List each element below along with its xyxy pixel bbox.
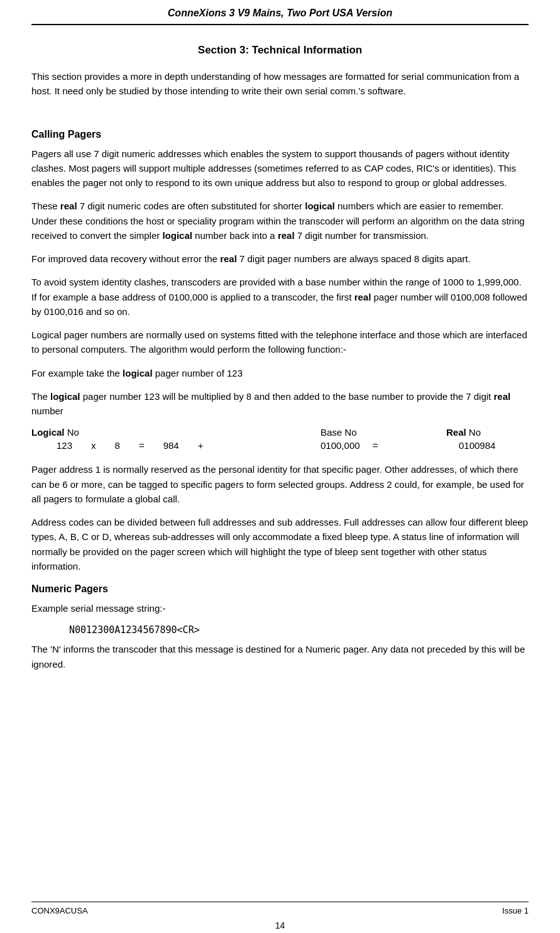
paragraph-5: Logical pager numbers are normally used … xyxy=(31,328,529,357)
bold-real-1: real xyxy=(60,201,77,211)
val2: 8 xyxy=(115,440,120,451)
data-base-cell: 0100,000 = xyxy=(321,440,446,451)
intro-paragraph: This section provides a more in depth un… xyxy=(31,69,529,99)
paragraph-1: Pagers all use 7 digit numeric addresses… xyxy=(31,146,529,190)
paragraph-3: For improved data recovery without error… xyxy=(31,251,529,266)
paragraph-9: Address codes can be divided between ful… xyxy=(31,515,529,573)
paragraph-6: For example take the logical pager numbe… xyxy=(31,366,529,380)
bold-real-5: real xyxy=(493,391,510,402)
data-real-cell: 0100984 xyxy=(446,440,529,451)
op4: = xyxy=(373,440,378,451)
table-header-row: Logical No Base No Real No xyxy=(31,427,529,438)
col-base-header: Base No xyxy=(321,427,446,438)
paragraph-7: The logical pager number 123 will be mul… xyxy=(31,389,529,419)
footer-page-number: 14 xyxy=(31,920,529,930)
logical-label: Logical xyxy=(31,427,65,438)
paragraph-11: The 'N' informs the transcoder that this… xyxy=(31,642,529,671)
col-real-header: Real No xyxy=(446,427,529,438)
footer-left: CONX9ACUSA xyxy=(31,906,88,915)
bold-logical-2: logical xyxy=(162,230,192,241)
numeric-example: N0012300A1234567890<CR> xyxy=(69,624,529,636)
header-title: ConneXions 3 V9 Mains, Two Port USA Vers… xyxy=(168,8,392,18)
col-logical-header: Logical No xyxy=(31,427,321,438)
val3: 984 xyxy=(163,440,179,451)
paragraph-2: These real 7 digit numeric codes are oft… xyxy=(31,199,529,243)
numeric-pagers-heading: Numeric Pagers xyxy=(31,583,529,595)
footer-right: Issue 1 xyxy=(502,906,529,915)
paragraph-4: To avoid system identity clashes, transc… xyxy=(31,275,529,319)
bold-logical-4: logical xyxy=(50,391,80,402)
page-footer: CONX9ACUSA Issue 1 xyxy=(31,902,529,918)
val4: 0100,000 xyxy=(321,440,360,451)
bold-real-3: real xyxy=(220,253,237,264)
val1: 123 xyxy=(57,440,72,451)
page-header: ConneXions 3 V9 Mains, Two Port USA Vers… xyxy=(31,0,529,25)
bold-real-2: real xyxy=(278,230,295,241)
bold-logical-1: logical xyxy=(305,201,335,211)
section-title: Section 3: Technical Information xyxy=(31,44,529,57)
bold-logical-3: logical xyxy=(123,368,153,378)
page-content: Section 3: Technical Information This se… xyxy=(31,44,529,902)
data-logical-cell: 123 x 8 = 984 + xyxy=(31,440,321,451)
real-label: Real xyxy=(446,427,466,438)
paragraph-8: Pager address 1 is normally reserved as … xyxy=(31,462,529,506)
paragraph-10: Example serial message string:- xyxy=(31,601,529,616)
op3: + xyxy=(198,440,204,451)
bold-real-4: real xyxy=(354,292,371,302)
op1: x xyxy=(91,440,96,451)
table-data-row: 123 x 8 = 984 + 0100,000 = 0100984 xyxy=(31,440,529,451)
calling-pagers-heading: Calling Pagers xyxy=(31,129,529,140)
op2: = xyxy=(139,440,145,451)
page: ConneXions 3 V9 Mains, Two Port USA Vers… xyxy=(0,0,560,933)
val5: 0100984 xyxy=(459,440,495,451)
